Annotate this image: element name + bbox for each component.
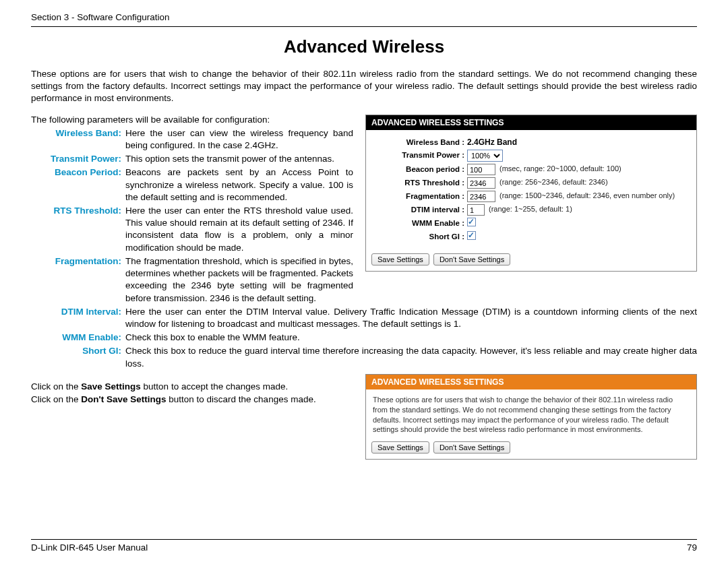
panel-header: ADVANCED WIRELESS SETTINGS xyxy=(366,115,696,130)
param-desc: Beacons are packets sent by an Access Po… xyxy=(125,166,353,204)
param-desc: Here the user can view the wireless freq… xyxy=(125,127,353,152)
row-beacon-period: Beacon period : (msec, range: 20~1000, d… xyxy=(373,164,690,175)
intro-paragraph: These options are for users that wish to… xyxy=(31,68,697,105)
form-label: Transmit Power : xyxy=(373,150,467,160)
rts-threshold-input[interactable] xyxy=(467,177,495,189)
row-transmit-power: Transmit Power : 100% xyxy=(373,150,690,162)
left-column: The following parameters will be availab… xyxy=(31,115,353,305)
short-gi-checkbox[interactable] xyxy=(467,231,476,240)
content-row: The following parameters will be availab… xyxy=(31,115,697,305)
row-short-gi: Short GI : xyxy=(373,231,690,242)
panel-body: Wireless Band : 2.4GHz Band Transmit Pow… xyxy=(366,130,696,249)
form-label: RTS Threshold : xyxy=(373,177,467,188)
param-label: RTS Threshold: xyxy=(31,205,125,254)
page-footer: D-Link DIR-645 User Manual 79 xyxy=(31,539,697,553)
form-label: Wireless Band : xyxy=(373,137,467,148)
save-notes: Click on the Save Settings button to acc… xyxy=(31,374,353,406)
beacon-period-input[interactable] xyxy=(467,164,495,175)
param-label: Wireless Band: xyxy=(31,127,125,152)
fragmentation-hint: (range: 1500~2346, default: 2346, even n… xyxy=(499,191,675,201)
dont-save-settings-button[interactable]: Don't Save Settings xyxy=(433,441,510,454)
param-desc: Here the user can enter the DTIM Interva… xyxy=(125,306,697,330)
param-desc: This option sets the transmit power of t… xyxy=(125,153,353,165)
param-desc: Check this box to reduce the guard inter… xyxy=(125,345,697,369)
form-label: Short GI : xyxy=(373,231,467,242)
param-beacon-period: Beacon Period: Beacons are packets sent … xyxy=(31,166,353,204)
page-title: Advanced Wireless xyxy=(31,36,697,57)
param-label: Beacon Period: xyxy=(31,166,125,204)
param-wireless-band: Wireless Band: Here the user can view th… xyxy=(31,127,353,152)
form-label: DTIM interval : xyxy=(373,204,467,215)
row-fragmentation: Fragmentation : (range: 1500~2346, defau… xyxy=(373,191,690,202)
row-rts-threshold: RTS Threshold : (range: 256~2346, defaul… xyxy=(373,177,690,189)
form-label: Fragmentation : xyxy=(373,191,467,201)
form-label: WMM Enable : xyxy=(373,218,467,228)
dtim-interval-input[interactable] xyxy=(467,204,485,216)
transmit-power-select[interactable]: 100% xyxy=(467,150,503,162)
param-short-gi: Short GI: Check this box to reduce the g… xyxy=(31,345,697,369)
param-desc: Here the user can enter the RTS threshol… xyxy=(125,205,353,254)
dont-save-settings-button[interactable]: Don't Save Settings xyxy=(433,253,510,266)
row-dtim-interval: DTIM interval : (range: 1~255, default: … xyxy=(373,204,690,216)
wireless-band-value: 2.4GHz Band xyxy=(467,137,517,148)
wmm-enable-checkbox[interactable] xyxy=(467,218,476,226)
advanced-wireless-settings-panel: ADVANCED WIRELESS SETTINGS Wireless Band… xyxy=(365,115,697,272)
param-label: WMM Enable: xyxy=(31,332,125,344)
footer-page-number: 79 xyxy=(687,542,697,553)
param-label: DTIM Interval: xyxy=(31,306,125,330)
param-fragmentation: Fragmentation: The fragmentation thresho… xyxy=(31,255,353,305)
param-label: Fragmentation: xyxy=(31,255,125,305)
panel-header: ADVANCED WIRELESS SETTINGS xyxy=(366,375,696,389)
param-desc: Check this box to enable the WMM feature… xyxy=(125,332,697,344)
save-note-1: Click on the Save Settings button to acc… xyxy=(31,381,353,406)
row-wmm-enable: WMM Enable : xyxy=(373,218,690,228)
button-row: Save Settings Don't Save Settings xyxy=(366,249,696,271)
param-wmm-enable: WMM Enable: Check this box to enable the… xyxy=(31,332,697,344)
param-label: Transmit Power: xyxy=(31,153,125,165)
param-rts-threshold: RTS Threshold: Here the user can enter t… xyxy=(31,205,353,254)
save-settings-button[interactable]: Save Settings xyxy=(371,441,429,454)
beacon-hint: (msec, range: 20~1000, default: 100) xyxy=(499,164,621,174)
row-wireless-band: Wireless Band : 2.4GHz Band xyxy=(373,137,690,148)
advanced-wireless-info-panel: ADVANCED WIRELESS SETTINGS These options… xyxy=(365,374,697,460)
save-settings-button[interactable]: Save Settings xyxy=(371,253,429,266)
info-panel-column: ADVANCED WIRELESS SETTINGS These options… xyxy=(365,374,697,466)
rts-hint: (range: 256~2346, default: 2346) xyxy=(499,177,608,187)
fragmentation-input[interactable] xyxy=(467,191,495,202)
button-row: Save Settings Don't Save Settings xyxy=(366,437,696,459)
dtim-hint: (range: 1~255, default: 1) xyxy=(489,204,572,214)
footer-left: D-Link DIR-645 User Manual xyxy=(31,542,148,553)
bottom-row: Click on the Save Settings button to acc… xyxy=(31,374,697,466)
form-label: Beacon period : xyxy=(373,164,467,175)
param-label: Short GI: xyxy=(31,345,125,369)
info-panel-text: These options are for users that wish to… xyxy=(366,389,696,437)
param-desc: The fragmentation threshold, which is sp… xyxy=(125,255,353,305)
param-intro: The following parameters will be availab… xyxy=(31,115,353,125)
param-transmit-power: Transmit Power: This option sets the tra… xyxy=(31,153,353,165)
right-column: ADVANCED WIRELESS SETTINGS Wireless Band… xyxy=(365,115,697,278)
param-dtim-interval: DTIM Interval: Here the user can enter t… xyxy=(31,306,697,330)
section-header: Section 3 - Software Configuration xyxy=(31,12,697,27)
